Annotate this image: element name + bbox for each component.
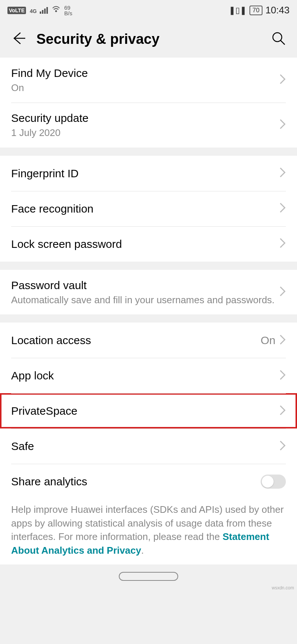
- group-device: Find My Device On Security update 1 July…: [0, 58, 297, 148]
- row-fingerprint-id[interactable]: Fingerprint ID: [0, 156, 297, 191]
- search-icon[interactable]: [271, 31, 286, 47]
- row-title: Password vault: [11, 278, 279, 292]
- row-find-my-device[interactable]: Find My Device On: [0, 58, 297, 103]
- watermark: wsxdn.com: [0, 585, 297, 591]
- signal-bars-icon: [40, 7, 48, 14]
- chevron-right-icon: [279, 202, 286, 215]
- vibrate-icon: ❚▯❚: [229, 6, 247, 15]
- volte-badge: VoLTE: [7, 7, 26, 14]
- share-analytics-toggle[interactable]: [261, 475, 286, 489]
- row-title: Find My Device: [11, 66, 279, 80]
- status-right: ❚▯❚ 70 10:43: [229, 4, 290, 16]
- row-private-space[interactable]: PrivateSpace: [0, 393, 297, 428]
- chevron-right-icon: [279, 286, 286, 298]
- row-subtitle: Automatically save and fill in your user…: [11, 294, 279, 307]
- svg-point-1: [273, 33, 282, 42]
- chevron-right-icon: [279, 334, 286, 347]
- wifi-icon: [52, 5, 61, 16]
- row-password-vault[interactable]: Password vault Automatically save and fi…: [0, 270, 297, 315]
- svg-point-0: [55, 11, 56, 12]
- chevron-right-icon: [279, 237, 286, 250]
- description-suffix: .: [141, 545, 144, 556]
- row-title: Security update: [11, 111, 279, 125]
- row-title: PrivateSpace: [11, 404, 279, 418]
- signal-icons: 4G: [30, 7, 48, 14]
- network-gen: 4G: [30, 9, 37, 14]
- row-title: Share analytics: [11, 474, 261, 489]
- chevron-right-icon: [279, 167, 286, 179]
- row-share-analytics[interactable]: Share analytics: [0, 464, 297, 499]
- row-title: Lock screen password: [11, 237, 279, 251]
- row-face-recognition[interactable]: Face recognition: [0, 191, 297, 226]
- row-subtitle: 1 July 2020: [11, 127, 279, 139]
- group-password-vault: Password vault Automatically save and fi…: [0, 270, 297, 315]
- row-lock-screen-password[interactable]: Lock screen password: [0, 226, 297, 262]
- status-left: VoLTE 4G 69 B/s: [7, 5, 72, 16]
- row-title: App lock: [11, 368, 279, 383]
- chevron-right-icon: [279, 74, 286, 86]
- row-app-lock[interactable]: App lock: [0, 358, 297, 393]
- speed-unit: B/s: [64, 10, 72, 16]
- home-indicator[interactable]: [119, 572, 178, 581]
- row-subtitle: On: [11, 82, 279, 94]
- row-safe[interactable]: Safe: [0, 428, 297, 464]
- row-title: Face recognition: [11, 201, 279, 216]
- group-biometrics: Fingerprint ID Face recognition Lock scr…: [0, 156, 297, 262]
- row-location-access[interactable]: Location access On: [0, 323, 297, 358]
- row-security-update[interactable]: Security update 1 July 2020: [0, 103, 297, 148]
- battery-indicator: 70: [249, 6, 262, 15]
- row-title: Location access: [11, 333, 261, 347]
- chevron-right-icon: [279, 405, 286, 417]
- header: Security & privacy: [0, 20, 297, 58]
- page-title: Security & privacy: [36, 31, 261, 47]
- back-icon[interactable]: [11, 31, 26, 47]
- clock: 10:43: [265, 4, 290, 16]
- group-more: Location access On App lock PrivateSpace…: [0, 323, 297, 564]
- analytics-description: Help improve Huawei interfaces (SDKs and…: [0, 499, 297, 564]
- row-title: Fingerprint ID: [11, 166, 279, 181]
- network-speed: 69 B/s: [64, 5, 72, 16]
- status-bar: VoLTE 4G 69 B/s ❚▯❚ 70 10:43: [0, 0, 297, 20]
- row-title: Safe: [11, 439, 279, 453]
- chevron-right-icon: [279, 369, 286, 382]
- chevron-right-icon: [279, 440, 286, 453]
- row-value: On: [261, 334, 275, 347]
- speed-value: 69: [64, 5, 72, 10]
- chevron-right-icon: [279, 119, 286, 131]
